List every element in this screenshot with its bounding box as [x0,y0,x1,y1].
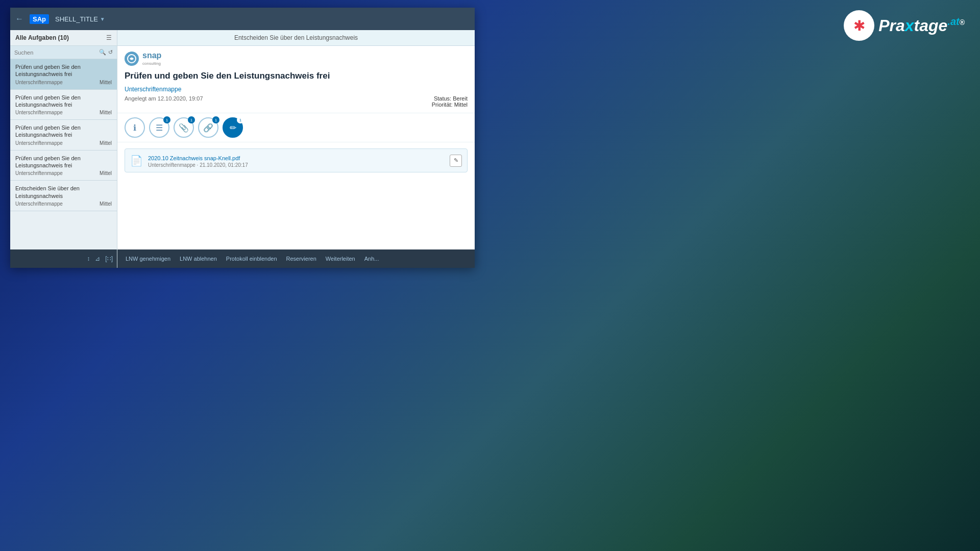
task-item[interactable]: Entscheiden Sie über den Leistungsnachwe… [10,181,117,211]
task-item-meta: Unterschriftenmappe Mittel [15,201,112,207]
task-item-meta: Unterschriftenmappe Mittel [15,170,112,176]
task-list: Prüfen und geben Sie den Leistungsnachwe… [10,59,117,249]
list-icon: ☰ [156,123,163,133]
list-button[interactable]: ☰ 1 [149,117,169,138]
search-icon: 🔍 [99,49,106,56]
task-item[interactable]: Prüfen und geben Sie den Leistungsnachwe… [10,90,117,120]
snap-logo-icon [125,52,139,66]
praxtage-text: Praxtage.at® [878,16,965,35]
snap-logo-text: snap [142,51,161,60]
content-footer: LNW genehmigen LNW ablehnen Protokoll ei… [117,249,475,268]
edit-badge: 1 [237,116,244,123]
list-badge: 1 [163,116,170,123]
pdf-icon: 📄 [130,155,143,167]
reservieren-button[interactable]: Reservieren [283,255,320,263]
edit-button[interactable]: ✏ 1 [223,117,243,138]
sidebar-footer: ↕ ⊿ [∷] [10,249,117,268]
attachment-icon: 📎 [179,123,189,133]
task-meta-row: Angelegt am 12.10.2020, 19:07 Status: Be… [125,95,468,108]
attachment-info: 2020.10 Zeitnachweis snap-Knell.pdf Unte… [148,153,445,168]
snap-logo-sub: consulting [142,61,161,66]
attachment-meta: Unterschriftenmappe · 21.10.2020, 01:20:… [148,162,445,168]
attachment-button[interactable]: 📎 1 [174,117,194,138]
task-link[interactable]: Unterschriftenmappe [125,86,181,93]
attachment-edit-button[interactable]: ✎ [450,155,462,167]
anh-button[interactable]: Anh... [361,255,382,263]
shell-header: ← SAp SHELL_TITLE ▼ [10,8,475,30]
main-content: Entscheiden Sie über den Leistungsnachwe… [117,30,475,268]
task-item[interactable]: Prüfen und geben Sie den Leistungsnachwe… [10,120,117,151]
info-button[interactable]: ℹ [125,117,145,138]
link-icon: 🔗 [203,123,213,133]
task-main-title: Prüfen und geben Sie den Leistungsnachwe… [125,71,468,81]
task-item-meta: Unterschriftenmappe Mittel [15,110,112,115]
lnw-approve-button[interactable]: LNW genehmigen [122,255,174,263]
praxtage-logo-area: ✱ Praxtage.at® [844,10,965,41]
attachment-name[interactable]: 2020.10 Zeitnachweis snap-Knell.pdf [148,155,240,161]
task-item-priority: Mittel [100,170,112,176]
task-sidebar: Alle Aufgaben (10) ☰ 🔍 ↺ Prüfen und gebe… [10,30,117,268]
protokoll-button[interactable]: Protokoll einblenden [223,255,280,263]
status-value: Bereit [453,95,468,102]
task-item-type: Unterschriftenmappe [15,170,63,176]
task-priority: Priorität: Mittel [432,102,468,108]
shell-title-dropdown[interactable]: ▼ [100,16,105,22]
task-item-priority: Mittel [100,80,112,85]
task-status-area: Status: Bereit Priorität: Mittel [432,95,468,108]
task-title-area: Prüfen und geben Sie den Leistungsnachwe… [117,69,475,113]
attachment-item: 📄 2020.10 Zeitnachweis snap-Knell.pdf Un… [125,148,468,172]
content-header-title: Entscheiden Sie über den Leistungsnachwe… [234,34,358,41]
shell-body: Alle Aufgaben (10) ☰ 🔍 ↺ Prüfen und gebe… [10,30,475,268]
sort-icon[interactable]: ↕ [87,255,90,262]
action-icons-row: ℹ ☰ 1 📎 1 🔗 1 ✏ 1 [117,113,475,142]
task-item-priority: Mittel [100,140,112,146]
task-item-meta: Unterschriftenmappe Mittel [15,140,112,146]
praxtage-icon: ✱ [844,10,874,41]
task-item-meta: Unterschriftenmappe Mittel [15,80,112,85]
task-item-title: Prüfen und geben Sie den Leistungsnachwe… [15,155,112,169]
edit-icon: ✏ [230,123,236,133]
task-search-bar: 🔍 ↺ [10,46,117,59]
task-item-type: Unterschriftenmappe [15,80,63,85]
lnw-reject-button[interactable]: LNW ablehnen [177,255,220,263]
info-icon: ℹ [133,123,136,133]
task-date: Angelegt am 12.10.2020, 19:07 [125,95,203,102]
task-item-title: Entscheiden Sie über den Leistungsnachwe… [15,185,112,199]
task-item-type: Unterschriftenmappe [15,110,63,115]
filter-icon[interactable]: ⊿ [95,255,100,262]
shell-title: SHELL_TITLE ▼ [55,15,105,23]
attachment-badge: 1 [188,116,195,123]
task-item-title: Prüfen und geben Sie den Leistungsnachwe… [15,63,112,78]
priority-label: Priorität: [432,102,453,108]
sap-shell: ← SAp SHELL_TITLE ▼ Alle Aufgaben (10) ☰… [10,8,475,268]
link-badge: 1 [212,116,219,123]
sidebar-menu-icon[interactable]: ☰ [106,34,112,41]
task-item-title: Prüfen und geben Sie den Leistungsnachwe… [15,124,112,139]
attachment-area: 📄 2020.10 Zeitnachweis snap-Knell.pdf Un… [117,142,475,179]
priority-value: Mittel [454,102,468,108]
back-button[interactable]: ← [15,14,23,23]
task-item[interactable]: Prüfen und geben Sie den Leistungsnachwe… [10,151,117,181]
content-header: Entscheiden Sie über den Leistungsnachwe… [117,30,475,46]
task-status: Status: Bereit [432,95,468,102]
shell-title-text: SHELL_TITLE [55,15,98,23]
task-item-title: Prüfen und geben Sie den Leistungsnachwe… [15,94,112,109]
refresh-icon[interactable]: ↺ [108,49,113,56]
task-item-priority: Mittel [100,201,112,207]
snap-logo-area: snap consulting [117,46,475,69]
task-item-type: Unterschriftenmappe [15,140,63,146]
sidebar-title: Alle Aufgaben (10) [15,34,69,41]
weiterleiten-button[interactable]: Weiterleiten [323,255,358,263]
search-input[interactable] [14,49,97,56]
task-item[interactable]: Prüfen und geben Sie den Leistungsnachwe… [10,59,117,90]
link-button[interactable]: 🔗 1 [198,117,218,138]
task-item-priority: Mittel [100,110,112,115]
sidebar-header: Alle Aufgaben (10) ☰ [10,30,117,46]
snap-logo: snap consulting [125,51,161,66]
status-label: Status: [434,95,451,102]
task-item-type: Unterschriftenmappe [15,201,63,207]
group-icon[interactable]: [∷] [105,255,113,262]
sap-logo: SAp [30,14,49,24]
